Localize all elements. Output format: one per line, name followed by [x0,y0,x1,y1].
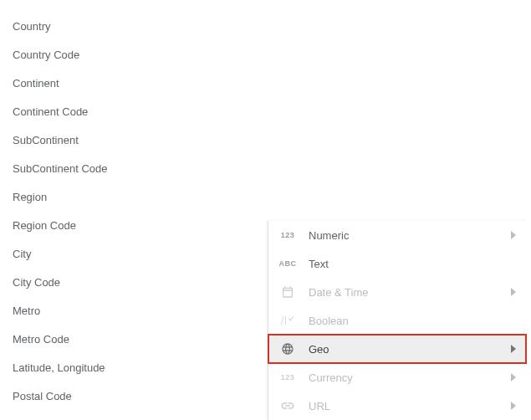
geo-subtype-item[interactable]: Region [0,183,268,212]
type-item-numeric[interactable]: 123Numeric [268,221,527,249]
geo-subtype-item[interactable]: City [0,240,268,269]
link-icon [278,398,297,413]
123-icon: 123 [278,228,297,243]
type-item-label: Geo [309,343,510,356]
type-item-text[interactable]: ABCText [268,249,527,278]
geo-subtype-item[interactable]: Address [0,411,268,420]
type-item-boolean[interactable]: Boolean [268,306,527,335]
boolean-icon [278,313,297,328]
type-item-label: Text [309,258,517,270]
type-item-datetime[interactable]: Date & Time [268,278,527,306]
123-icon: 123 [278,370,297,385]
geo-subtype-item[interactable]: Country Code [0,41,268,69]
chevron-right-icon [510,232,517,238]
geo-subtype-item[interactable]: Metro [0,297,268,325]
ABC-icon: ABC [278,256,297,271]
type-item-geo[interactable]: Geo [268,335,527,363]
geo-subtype-item[interactable]: Continent [0,69,268,98]
calendar-icon [278,284,297,300]
type-item-url[interactable]: URL [268,392,527,420]
chevron-right-icon [510,374,517,381]
geo-subtype-item[interactable]: SubContinent [0,126,268,155]
globe-icon [278,341,297,356]
type-item-label: URL [309,400,510,412]
type-item-label: Currency [309,371,510,384]
geo-subtype-item[interactable]: City Code [0,269,268,297]
geo-subtype-item[interactable]: Continent Code [0,98,268,126]
geo-subtype-item[interactable]: Metro Code [0,325,268,354]
type-item-label: Boolean [309,315,517,327]
geo-subtype-item[interactable]: Postal Code [0,382,268,411]
type-item-label: Date & Time [309,286,510,299]
geo-subtype-item[interactable]: Country [0,13,268,41]
type-item-currency[interactable]: 123Currency [268,363,527,392]
data-type-menu: 123NumericABCTextDate & TimeBooleanGeo12… [268,221,527,420]
chevron-right-icon [510,346,517,352]
geo-subtype-item[interactable]: Latitude, Longitude [0,354,268,382]
geo-subtype-list: CountryCountry CodeContinentContinent Co… [0,0,268,420]
geo-subtype-item[interactable]: SubContinent Code [0,155,268,183]
geo-subtype-item[interactable]: Region Code [0,212,268,240]
chevron-right-icon [510,289,517,295]
chevron-right-icon [510,402,517,409]
type-item-label: Numeric [309,229,510,242]
